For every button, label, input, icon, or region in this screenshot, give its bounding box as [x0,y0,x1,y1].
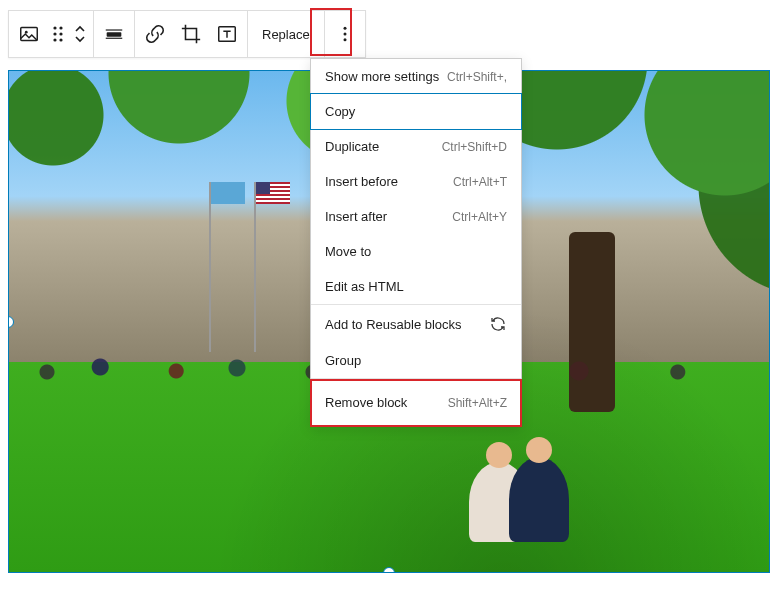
menu-insert-before[interactable]: Insert before Ctrl+Alt+T [311,164,521,199]
toolbar-group-replace: Replace [248,11,325,57]
menu-shortcut: Shift+Alt+Z [448,396,507,410]
svg-point-13 [343,33,346,36]
more-options-menu: Show more settings Ctrl+Shift+, Copy Dup… [310,58,522,427]
menu-group[interactable]: Group [311,343,521,378]
toolbar-group-align [94,11,135,57]
menu-add-reusable[interactable]: Add to Reusable blocks [311,305,521,343]
menu-label: Copy [325,104,355,119]
svg-point-3 [59,26,62,29]
menu-label: Edit as HTML [325,279,404,294]
text-over-image-icon [216,23,238,45]
menu-duplicate[interactable]: Duplicate Ctrl+Shift+D [311,129,521,164]
scene-person [509,457,569,542]
resize-handle-left[interactable] [8,316,14,328]
scene-foreground-people [439,422,589,542]
resize-handle-bottom[interactable] [383,567,395,573]
menu-shortcut: Ctrl+Alt+T [453,175,507,189]
toolbar-group-more [325,11,365,57]
align-icon [103,23,125,45]
menu-label: Show more settings [325,69,439,84]
scene-flag-usa [256,182,290,204]
svg-point-4 [53,32,56,35]
menu-copy[interactable]: Copy [310,93,522,130]
more-options-button[interactable] [327,11,363,57]
link-icon [144,23,166,45]
menu-move-to[interactable]: Move to [311,234,521,269]
sync-icon [489,315,507,333]
replace-button[interactable]: Replace [250,11,322,57]
menu-label: Remove block [325,395,407,410]
svg-point-2 [53,26,56,29]
more-vertical-icon [335,24,355,44]
svg-point-7 [59,38,62,41]
menu-label: Insert after [325,209,387,224]
svg-rect-10 [106,38,123,39]
menu-edit-html[interactable]: Edit as HTML [311,269,521,304]
svg-point-14 [343,38,346,41]
scene-flagpole [254,182,256,352]
svg-point-5 [59,32,62,35]
svg-rect-9 [106,29,123,30]
block-toolbar: Replace [8,10,366,58]
menu-label: Duplicate [325,139,379,154]
link-button[interactable] [137,11,173,57]
menu-remove-block[interactable]: Remove block Shift+Alt+Z [311,379,521,426]
svg-rect-8 [107,32,122,37]
block-type-image-button[interactable] [11,11,47,57]
menu-label: Insert before [325,174,398,189]
drag-handle-button[interactable] [47,11,69,57]
toolbar-group-block [9,11,94,57]
scene-flagpole [209,182,211,352]
image-icon [18,23,40,45]
menu-shortcut: Ctrl+Shift+D [442,140,507,154]
scene-tree-trunk [569,232,615,412]
align-button[interactable] [96,11,132,57]
crop-icon [180,23,202,45]
menu-label: Group [325,353,361,368]
svg-point-12 [343,27,346,30]
scene-flag [211,182,245,204]
toolbar-group-tools [135,11,248,57]
menu-show-more-settings[interactable]: Show more settings Ctrl+Shift+, [311,59,521,94]
menu-label: Move to [325,244,371,259]
text-overlay-button[interactable] [209,11,245,57]
drag-handle-icon [52,25,64,43]
crop-button[interactable] [173,11,209,57]
menu-shortcut: Ctrl+Alt+Y [452,210,507,224]
chevron-up-down-icon [73,24,87,44]
menu-label: Add to Reusable blocks [325,317,462,332]
menu-shortcut: Ctrl+Shift+, [447,70,507,84]
move-up-down-button[interactable] [69,11,91,57]
svg-point-6 [53,38,56,41]
menu-insert-after[interactable]: Insert after Ctrl+Alt+Y [311,199,521,234]
